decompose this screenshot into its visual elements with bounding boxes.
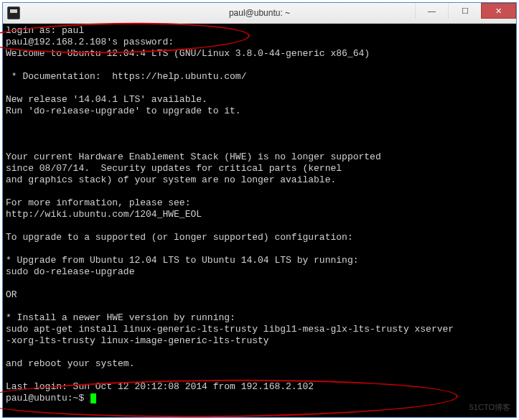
cursor-icon [90, 393, 96, 403]
terminal-window: paul@ubuntu: ~ — ☐ ✕ login as: paul paul… [2, 2, 517, 418]
app-icon [7, 6, 20, 19]
line: paul@192.168.2.108's password: [6, 37, 174, 47]
line: Welcome to Ubuntu 12.04.4 LTS (GNU/Linux… [6, 48, 370, 59]
prompt: paul@ubuntu:~$ [6, 393, 90, 403]
line: and reboot your system. [6, 358, 134, 369]
line: login as: paul [6, 25, 84, 36]
minimize-button[interactable]: — [415, 3, 448, 19]
line: * Documentation: https://help.ubuntu.com… [6, 71, 246, 82]
line: New release '14.04.1 LTS' available. [6, 94, 207, 105]
line: * Install a newer HWE version by running… [6, 312, 235, 323]
line: To upgrade to a supported (or longer sup… [6, 232, 353, 243]
line: * Upgrade from Ubuntu 12.04 LTS to Ubunt… [6, 255, 358, 266]
line: Run 'do-release-upgrade' to upgrade to i… [6, 106, 241, 116]
line: since 08/07/14. Security updates for cri… [6, 163, 342, 174]
titlebar[interactable]: paul@ubuntu: ~ — ☐ ✕ [3, 3, 516, 24]
line: Your current Hardware Enablement Stack (… [6, 151, 381, 162]
line: OR [6, 289, 17, 300]
maximize-button[interactable]: ☐ [448, 3, 481, 19]
line: -xorg-lts-trusty linux-image-generic-lts… [6, 335, 269, 346]
line: sudo apt-get install linux-generic-lts-t… [6, 324, 454, 335]
line: http://wiki.ubuntu.com/1204_HWE_EOL [6, 209, 202, 220]
line: Last login: Sun Oct 12 20:12:08 2014 fro… [6, 381, 314, 392]
close-button[interactable]: ✕ [481, 3, 516, 19]
terminal-viewport[interactable]: login as: paul paul@192.168.2.108's pass… [3, 24, 516, 417]
line: and graphics stack) of your system are n… [6, 174, 336, 185]
window-controls: — ☐ ✕ [415, 3, 516, 19]
line: For more information, please see: [6, 197, 190, 208]
line: sudo do-release-upgrade [6, 266, 134, 277]
